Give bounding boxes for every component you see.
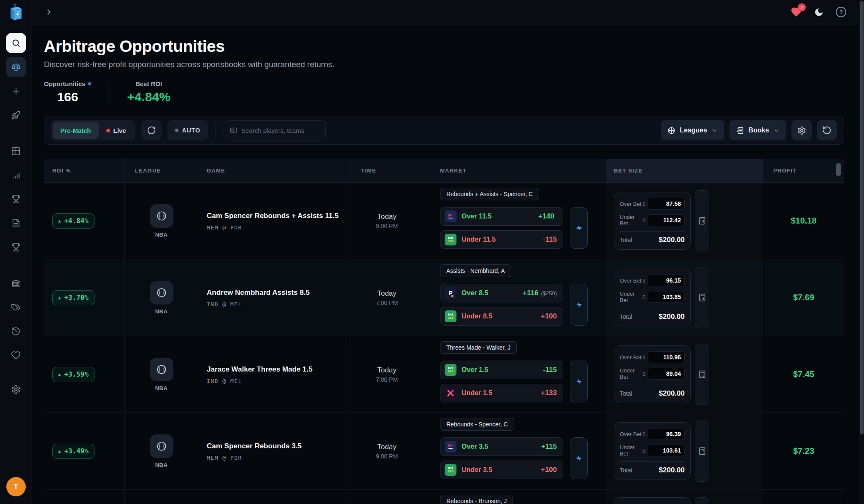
column-header-profit: PROFIT	[763, 159, 844, 182]
under-bet-pill[interactable]: bet365 Under 3.5 +100	[440, 461, 563, 479]
game-date: Today	[377, 213, 396, 221]
sidebar-item-documents[interactable]	[6, 213, 26, 233]
prematch-tab[interactable]: Pre-Match	[53, 122, 99, 139]
bet-size-card: Over Bet $ Under Bet $ Total $200.00	[614, 192, 691, 250]
market-badge: Rebounds - Spencer, C	[440, 418, 514, 431]
calculator-button[interactable]	[695, 344, 709, 405]
roi-badge: ▲ +3.49%	[52, 444, 94, 459]
under-bet-pill[interactable]: bet365 Under 8.5 +100	[440, 307, 563, 326]
over-bet-pill[interactable]: Over 3.5 +115	[440, 437, 563, 456]
currency-symbol: $	[643, 371, 648, 377]
basketball-icon	[156, 364, 167, 375]
calculator-button[interactable]	[695, 267, 709, 328]
table-scrollbar-thumb[interactable]	[836, 163, 841, 176]
tags-icon	[11, 302, 21, 312]
under-odds: +133	[541, 389, 557, 397]
table-row: ▲ +4.84% NBA Cam Spencer Rebounds + Assi…	[44, 183, 844, 259]
calculator-button[interactable]	[695, 190, 709, 251]
sidebar-item-arbitrage[interactable]	[6, 57, 26, 77]
column-header-market: MARKET	[423, 159, 606, 182]
swap-bets-button[interactable]	[570, 207, 588, 249]
rotate-ccw-icon	[822, 126, 832, 135]
chevron-down-icon	[773, 127, 780, 134]
over-label: Over 3.5	[462, 443, 488, 450]
stat-label: Best ROI	[135, 80, 162, 87]
sidebar-item-sportsbooks[interactable]	[6, 273, 26, 293]
market-badge: Assists - Nembhard, A	[440, 264, 511, 277]
roi-value: +4.84%	[64, 217, 89, 225]
bet365-book-icon: bet365	[445, 310, 456, 322]
over-bet-pill[interactable]: Over 11.5 +140	[440, 207, 563, 226]
over-bet-input[interactable]	[648, 198, 685, 210]
over-bet-input[interactable]	[648, 351, 685, 363]
swap-bets-button[interactable]	[570, 284, 588, 326]
filter-settings-button[interactable]	[791, 120, 812, 140]
app-logo[interactable]	[0, 0, 32, 24]
total-value: $200.00	[659, 389, 685, 398]
sidebar-item-add[interactable]	[6, 81, 26, 101]
sidebar-item-rocket[interactable]	[6, 105, 26, 125]
refresh-icon	[147, 126, 156, 135]
sidebar-item-table[interactable]	[6, 141, 26, 161]
over-bet-pill[interactable]: bet365 Over 1.5 -115	[440, 361, 563, 379]
stat-value: +4.84%	[127, 90, 170, 104]
books-dropdown[interactable]: Books	[729, 120, 786, 140]
total-label: Total	[620, 313, 632, 320]
reset-filters-button[interactable]	[817, 120, 837, 140]
sidebar-collapse-button[interactable]	[45, 8, 53, 16]
leagues-dropdown[interactable]: Leagues	[661, 120, 724, 140]
under-bet-input[interactable]	[648, 214, 685, 226]
calculator-button[interactable]	[695, 420, 709, 482]
sidebar-item-tags[interactable]	[6, 297, 26, 317]
divider	[216, 122, 216, 138]
game-matchup: IND @ MIL	[207, 378, 340, 384]
over-bet-input[interactable]	[648, 428, 685, 440]
notifications-button[interactable]: 7	[791, 6, 802, 18]
sidebar-nav	[0, 24, 32, 403]
search-input[interactable]	[241, 127, 320, 134]
auto-refresh-toggle[interactable]: AUTO	[167, 120, 208, 140]
sidebar-item-settings[interactable]	[6, 379, 26, 399]
under-bet-input[interactable]	[648, 445, 685, 456]
sidebar-item-history[interactable]	[6, 321, 26, 341]
under-bet-pill[interactable]: Under 1.5 +133	[440, 384, 563, 402]
table-header: ROI % LEAGUE GAME TIME MARKET BET SIZE P…	[44, 159, 844, 183]
basketball-icon	[156, 210, 167, 221]
under-bet-input[interactable]	[648, 291, 685, 303]
league-label: NBA	[155, 462, 168, 468]
help-button[interactable]: ?	[836, 7, 846, 17]
roi-badge: ▲ +3.70%	[52, 290, 94, 305]
game-time: 9:00 PM	[376, 223, 398, 229]
user-avatar[interactable]: T	[6, 477, 26, 496]
under-bet-label: Under Bet	[620, 444, 643, 457]
stat-best-roi: Best ROI +4.84%	[127, 80, 170, 104]
prematch-label: Pre-Match	[60, 127, 91, 134]
bet365-book-icon: bet365	[445, 234, 456, 245]
sidebar-item-favorites[interactable]	[6, 345, 26, 365]
theme-toggle-button[interactable]	[814, 7, 824, 17]
page-scrollbar-thumb[interactable]	[860, 1, 864, 434]
game-title: Andrew Nembhard Assists 8.5	[207, 288, 340, 298]
swap-bets-button[interactable]	[570, 361, 588, 402]
sidebar: T	[0, 0, 32, 504]
under-bet-pill[interactable]: bet365 Under 11.5 -115	[440, 230, 563, 249]
juicebox-logo-icon	[8, 3, 24, 21]
over-bet-label: Over Bet	[620, 201, 641, 207]
under-bet-input[interactable]	[648, 368, 685, 380]
calculator-button[interactable]	[695, 497, 709, 504]
currency-symbol: $	[643, 431, 648, 437]
sidebar-item-contests[interactable]	[6, 237, 26, 257]
sidebar-item-trophy[interactable]	[6, 189, 26, 209]
over-bet-pill[interactable]: P Over 8.5 +116($250)	[440, 284, 563, 302]
sidebar-search-button[interactable]	[6, 33, 26, 53]
over-bet-input[interactable]	[648, 275, 685, 286]
page-scrollbar	[859, 0, 864, 504]
live-tab[interactable]: Live	[99, 122, 134, 139]
swap-bets-button[interactable]	[570, 437, 588, 479]
sidebar-item-stats[interactable]	[6, 165, 26, 185]
trophy-icon-2	[11, 243, 21, 252]
column-header-bet-size: BET SIZE	[606, 159, 763, 182]
table-row: ▲ +3.49% NBA Cam Spencer Rebounds 3.5 ME…	[44, 413, 844, 490]
refresh-button[interactable]	[141, 120, 162, 140]
table-row: ▲ +3.59% NBA Jarace Walker Threes Made 1…	[44, 336, 844, 413]
